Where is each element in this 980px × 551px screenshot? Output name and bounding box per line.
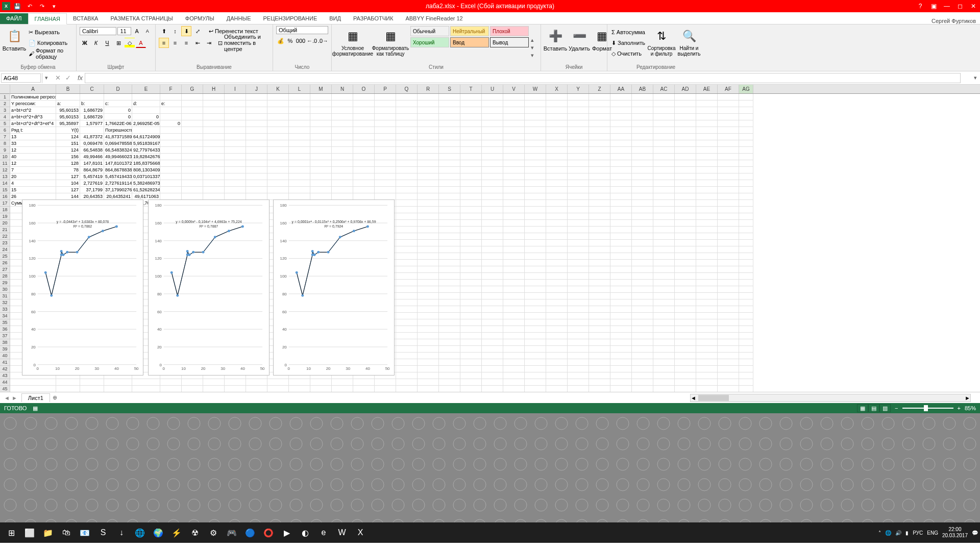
accept-formula-icon[interactable]: ✓ xyxy=(63,74,72,82)
help-icon[interactable]: ? xyxy=(914,1,927,12)
cell[interactable] xyxy=(160,180,182,187)
cell[interactable] xyxy=(525,326,546,333)
cell[interactable] xyxy=(289,94,310,101)
taskbar-app[interactable]: X xyxy=(351,524,370,541)
cell[interactable] xyxy=(418,379,439,386)
cell[interactable]: 33 xyxy=(10,140,56,147)
cell[interactable] xyxy=(482,94,503,101)
cell[interactable] xyxy=(396,187,418,193)
cell[interactable] xyxy=(589,359,610,366)
cell[interactable] xyxy=(525,147,546,154)
cell[interactable] xyxy=(653,353,675,359)
cell[interactable] xyxy=(739,120,753,127)
cell[interactable] xyxy=(104,94,132,101)
cell[interactable] xyxy=(632,313,653,319)
cell[interactable]: 1,686729 xyxy=(80,114,104,120)
cell[interactable] xyxy=(568,227,589,233)
minimize-icon[interactable]: — xyxy=(940,1,953,12)
cell[interactable] xyxy=(225,101,246,107)
cell[interactable] xyxy=(503,346,525,353)
cell[interactable] xyxy=(589,246,610,253)
col-header[interactable]: O xyxy=(353,85,375,93)
cell[interactable] xyxy=(375,140,396,147)
cell[interactable] xyxy=(610,372,632,379)
taskbar-app[interactable]: 🎮 xyxy=(223,524,241,541)
cell[interactable] xyxy=(418,160,439,167)
cell[interactable] xyxy=(439,127,460,134)
style-normal[interactable]: Обычный xyxy=(410,26,449,36)
cell[interactable]: 49,99466 xyxy=(80,154,104,160)
cell[interactable] xyxy=(396,313,418,319)
cell[interactable] xyxy=(589,140,610,147)
style-down-icon[interactable]: ▾ xyxy=(531,44,534,51)
cell[interactable] xyxy=(589,173,610,180)
cell[interactable] xyxy=(460,180,482,187)
cell[interactable] xyxy=(289,173,310,180)
cell[interactable] xyxy=(675,140,696,147)
cell[interactable] xyxy=(375,94,396,101)
cell[interactable] xyxy=(653,379,675,386)
cell[interactable] xyxy=(525,200,546,207)
cell[interactable] xyxy=(568,246,589,253)
cell[interactable] xyxy=(225,127,246,134)
cell[interactable] xyxy=(525,346,546,353)
cell[interactable] xyxy=(525,101,546,107)
cell[interactable] xyxy=(482,180,503,187)
cell[interactable] xyxy=(718,293,739,299)
cell[interactable] xyxy=(739,213,753,220)
cell[interactable] xyxy=(203,187,225,193)
cell[interactable] xyxy=(375,180,396,187)
cell[interactable]: 5,457419 xyxy=(80,173,104,180)
cell[interactable] xyxy=(396,253,418,260)
cell[interactable] xyxy=(246,134,267,140)
cell[interactable] xyxy=(460,346,482,353)
cell[interactable] xyxy=(568,280,589,286)
cell[interactable] xyxy=(203,379,225,386)
tab-рецензирование[interactable]: РЕЦЕНЗИРОВАНИЕ xyxy=(257,13,323,24)
cell[interactable] xyxy=(503,101,525,107)
cell[interactable] xyxy=(589,240,610,246)
cell[interactable]: 12 xyxy=(10,160,56,167)
cell[interactable] xyxy=(418,280,439,286)
cell[interactable] xyxy=(632,220,653,227)
cell[interactable] xyxy=(632,160,653,167)
cell[interactable] xyxy=(482,114,503,120)
cell[interactable] xyxy=(310,107,332,114)
cell[interactable] xyxy=(525,127,546,134)
cell[interactable] xyxy=(568,273,589,280)
cell[interactable] xyxy=(310,134,332,140)
cell[interactable] xyxy=(503,120,525,127)
cell[interactable] xyxy=(203,173,225,180)
cell[interactable]: 156 xyxy=(56,154,80,160)
cell[interactable] xyxy=(482,313,503,319)
cell[interactable] xyxy=(289,127,310,134)
cell[interactable] xyxy=(739,187,753,193)
tab-главная[interactable]: ГЛАВНАЯ xyxy=(28,13,67,24)
row-header[interactable]: 21 xyxy=(0,227,10,233)
cell[interactable] xyxy=(203,147,225,154)
cell[interactable] xyxy=(482,359,503,366)
tab-вставка[interactable]: ВСТАВКА xyxy=(67,13,104,24)
cell[interactable] xyxy=(460,359,482,366)
cell[interactable] xyxy=(310,127,332,134)
cell[interactable] xyxy=(246,154,267,160)
cell[interactable] xyxy=(739,107,753,114)
cell[interactable] xyxy=(375,107,396,114)
cell[interactable] xyxy=(568,313,589,319)
cell[interactable] xyxy=(546,240,568,246)
cell[interactable] xyxy=(739,233,753,240)
cell[interactable] xyxy=(610,160,632,167)
cell[interactable] xyxy=(182,127,203,134)
cell[interactable] xyxy=(546,207,568,213)
cell[interactable] xyxy=(632,120,653,127)
align-bottom-icon[interactable]: ⬇ xyxy=(181,26,191,36)
cell[interactable] xyxy=(546,333,568,339)
tray-network-icon[interactable]: 🌐 xyxy=(885,530,891,536)
cell[interactable] xyxy=(718,140,739,147)
cell[interactable] xyxy=(653,306,675,313)
cell[interactable] xyxy=(225,120,246,127)
cell[interactable] xyxy=(653,359,675,366)
cell[interactable] xyxy=(203,154,225,160)
cell[interactable] xyxy=(332,134,353,140)
cell[interactable] xyxy=(310,160,332,167)
